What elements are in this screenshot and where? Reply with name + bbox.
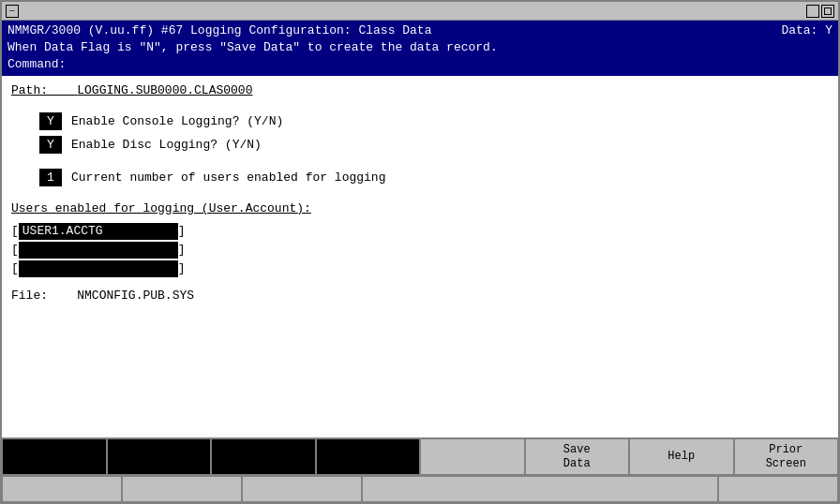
field-section: Y Enable Console Logging? (Y/N) Y Enable… [11, 112, 829, 154]
disc-logging-box[interactable]: Y [39, 136, 62, 154]
disc-logging-row: Y Enable Disc Logging? (Y/N) [11, 136, 829, 154]
toolbar-btn-1[interactable] [2, 438, 107, 475]
user-input-1[interactable] [19, 242, 178, 259]
toolbar-row2-btn-wide[interactable] [362, 476, 718, 502]
help-button[interactable]: Help [629, 438, 734, 475]
users-count-box[interactable]: 1 [39, 169, 62, 186]
users-count-section: 1 Current number of users enabled for lo… [11, 169, 829, 186]
toolbar-row2-btn-3[interactable] [242, 476, 362, 502]
bracket-close-1: ] [178, 243, 186, 257]
disc-logging-label: Enable Disc Logging? (Y/N) [71, 138, 262, 152]
bracket-open-1: [ [11, 243, 19, 257]
title-bar-right-controls [806, 5, 834, 18]
console-logging-row: Y Enable Console Logging? (Y/N) [11, 112, 829, 130]
user-entry-row-1: [ ] [11, 242, 829, 259]
toolbar-row2-btn-2[interactable] [122, 476, 242, 502]
toolbar-btn-2[interactable] [107, 438, 212, 475]
user-entry-row-2: [ ] [11, 260, 829, 277]
bracket-open-0: [ [11, 224, 19, 238]
window-frame: ─ NMMGR/3000 (V.uu.ff) #67 Logging Confi… [0, 0, 840, 504]
prior-screen-button[interactable]: Prior Screen [734, 438, 839, 475]
toolbar-row-1: Save Data Help Prior Screen [2, 438, 838, 476]
system-menu-button[interactable]: ─ [6, 5, 19, 18]
header-line-1: NMMGR/3000 (V.uu.ff) #67 Logging Configu… [8, 22, 832, 39]
user-input-0[interactable]: USER1.ACCTG [19, 223, 178, 240]
bracket-open-2: [ [11, 261, 19, 275]
file-label: File: [11, 289, 48, 303]
path-line: Path: LOGGING.SUB0000.CLAS0000 [11, 83, 829, 97]
title-bar-controls: ─ [6, 5, 19, 18]
path-label: Path: [11, 83, 48, 97]
users-count-label: Current number of users enabled for logg… [71, 170, 385, 185]
users-section: Users enabled for logging (User.Account)… [11, 201, 829, 277]
console-logging-label: Enable Console Logging? (Y/N) [71, 114, 283, 128]
bracket-close-2: ] [178, 261, 186, 275]
header-section: NMMGR/3000 (V.uu.ff) #67 Logging Configu… [2, 21, 838, 76]
toolbar-row2-btn-1[interactable] [2, 476, 122, 502]
toolbar-spacer [420, 438, 525, 475]
toolbar-row-2 [2, 476, 838, 502]
file-value: NMCONFIG.PUB.SYS [77, 289, 194, 303]
toolbar-row2-btn-5[interactable] [718, 476, 838, 502]
data-flag: Data: Y [781, 22, 832, 39]
path-value: LOGGING.SUB0000.CLAS0000 [77, 83, 252, 97]
maximize-button[interactable] [821, 5, 834, 18]
bottom-toolbar: Save Data Help Prior Screen [2, 437, 838, 502]
toolbar-btn-3[interactable] [211, 438, 316, 475]
users-section-label: Users enabled for logging (User.Account)… [11, 201, 829, 215]
window-content: NMMGR/3000 (V.uu.ff) #67 Logging Configu… [2, 21, 838, 502]
main-content: Path: LOGGING.SUB0000.CLAS0000 Y Enable … [2, 76, 838, 437]
users-count-row: 1 Current number of users enabled for lo… [11, 169, 829, 186]
header-line-2: When Data Flag is "N", press "Save Data"… [8, 39, 832, 56]
app-title: NMMGR/3000 (V.uu.ff) #67 Logging Configu… [8, 22, 431, 39]
toolbar-btn-4[interactable] [316, 438, 421, 475]
user-entry-row-0: [ USER1.ACCTG ] [11, 223, 829, 240]
console-logging-box[interactable]: Y [39, 112, 62, 130]
minimize-button[interactable] [806, 5, 819, 18]
file-line: File: NMCONFIG.PUB.SYS [11, 289, 829, 303]
user-input-2[interactable] [19, 260, 178, 277]
save-data-button[interactable]: Save Data [525, 438, 630, 475]
title-bar: ─ [2, 2, 838, 21]
header-line-3: Command: [8, 56, 832, 73]
bracket-close-0: ] [178, 224, 186, 238]
